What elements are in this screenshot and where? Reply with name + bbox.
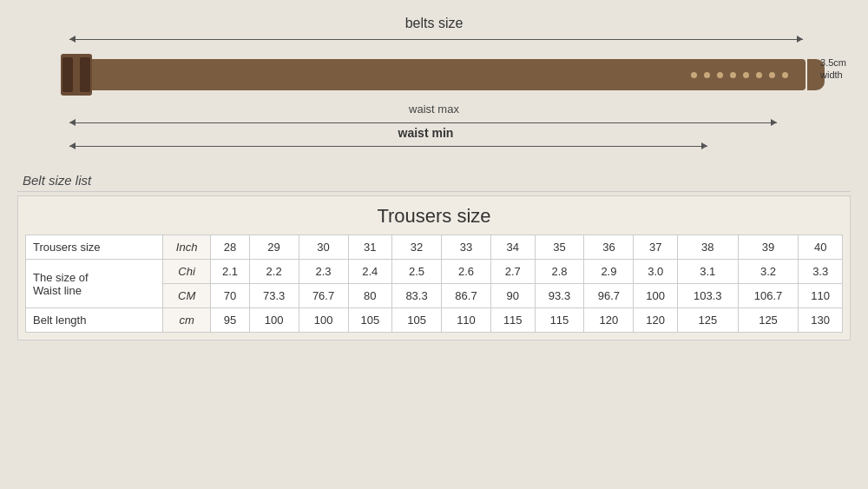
belt-hole — [756, 72, 762, 78]
belt-hole — [717, 72, 723, 78]
belt-hole — [782, 72, 788, 78]
table-cell: 38 — [677, 235, 738, 260]
table-cell: 100 — [299, 308, 348, 333]
table-cell: 2.2 — [249, 260, 299, 284]
table-section: Trousers size Trousers size Inch 28 29 3… — [17, 195, 851, 340]
waist-size-label: The size ofWaist line — [26, 260, 163, 308]
table-cell: 28 — [211, 235, 249, 260]
table-cell: 95 — [211, 308, 249, 333]
belt-hole — [769, 72, 775, 78]
table-cell: 34 — [490, 235, 535, 260]
table-cell: 83.3 — [392, 284, 442, 308]
table-cell: 33 — [442, 235, 491, 260]
table-cell: 76.7 — [299, 284, 348, 308]
table-cell: 30 — [299, 235, 348, 260]
table-cell: 105 — [348, 308, 392, 333]
table-cell: 96.7 — [584, 284, 634, 308]
table-cell: 29 — [249, 235, 299, 260]
waist-max-label: waist max — [409, 102, 459, 116]
table-cell: 31 — [348, 235, 392, 260]
table-cell: 80 — [348, 284, 392, 308]
table-cell: 2.6 — [442, 260, 491, 284]
table-cell: 2.1 — [211, 260, 249, 284]
belt-diagram: belts size 3.5cm — [17, 9, 851, 169]
table-cell: 73.3 — [249, 284, 299, 308]
table-cell: 130 — [799, 308, 843, 333]
table-row-waist-chi: The size ofWaist line Chi 2.1 2.2 2.3 2.… — [26, 260, 843, 284]
belt-hole — [743, 72, 749, 78]
table-cell: 3.3 — [799, 260, 843, 284]
table-cell: 3.2 — [738, 260, 799, 284]
table-cell: 125 — [677, 308, 738, 333]
table-cell: 3.0 — [634, 260, 678, 284]
table-cell: 93.3 — [535, 284, 584, 308]
main-container: belts size 3.5cm — [0, 0, 868, 489]
table-cell: 105 — [392, 308, 442, 333]
table-cell: 110 — [442, 308, 491, 333]
belt-hole — [691, 72, 697, 78]
width-label: 3.5cm width — [820, 56, 846, 82]
table-cell: 36 — [584, 235, 634, 260]
belt-hole — [730, 72, 736, 78]
table-row-trousers: Trousers size Inch 28 29 30 31 32 33 34 … — [26, 235, 843, 260]
table-cell: 2.5 — [392, 260, 442, 284]
table-cell: 35 — [535, 235, 584, 260]
table-cell: 120 — [634, 308, 678, 333]
unit-inch: Inch — [162, 235, 211, 260]
table-cell: 86.7 — [442, 284, 491, 308]
table-cell: 2.8 — [535, 260, 584, 284]
belts-size-arrow — [69, 33, 803, 45]
table-cell: 103.3 — [677, 284, 738, 308]
table-cell: 40 — [799, 235, 843, 260]
table-cell: 32 — [392, 235, 442, 260]
unit-cm-belt: cm — [162, 308, 211, 333]
table-cell: 106.7 — [738, 284, 799, 308]
trousers-size-label: Trousers size — [26, 235, 163, 260]
table-cell: 3.1 — [677, 260, 738, 284]
table-cell: 110 — [799, 284, 843, 308]
table-cell: 125 — [738, 308, 799, 333]
table-cell: 100 — [634, 284, 678, 308]
trousers-size-header: Trousers size — [25, 200, 843, 235]
table-cell: 70 — [211, 284, 249, 308]
table-cell: 90 — [490, 284, 535, 308]
belts-size-label: belts size — [405, 16, 464, 31]
unit-cm: CM — [162, 284, 211, 308]
waist-min-label: waist min — [398, 126, 454, 140]
belt-visual — [61, 52, 825, 97]
belt-buckle — [61, 54, 92, 96]
size-table: Trousers size Inch 28 29 30 31 32 33 34 … — [25, 235, 843, 333]
waist-min-arrow — [69, 142, 707, 150]
belt-hole — [704, 72, 710, 78]
belt-size-list-label: Belt size list — [17, 169, 851, 192]
table-cell: 37 — [634, 235, 678, 260]
table-cell: 100 — [249, 308, 299, 333]
table-row-belt-length: Belt length cm 95 100 100 105 105 110 11… — [26, 308, 843, 333]
unit-chi: Chi — [162, 260, 211, 284]
table-cell: 2.9 — [584, 260, 634, 284]
belt-length-label: Belt length — [26, 308, 163, 333]
table-cell: 115 — [535, 308, 584, 333]
table-cell: 2.4 — [348, 260, 392, 284]
table-cell: 39 — [738, 235, 799, 260]
table-cell: 2.7 — [490, 260, 535, 284]
belt-holes — [691, 72, 788, 78]
table-cell: 120 — [584, 308, 634, 333]
belt-body — [92, 59, 806, 90]
table-cell: 2.3 — [299, 260, 348, 284]
table-cell: 115 — [490, 308, 535, 333]
